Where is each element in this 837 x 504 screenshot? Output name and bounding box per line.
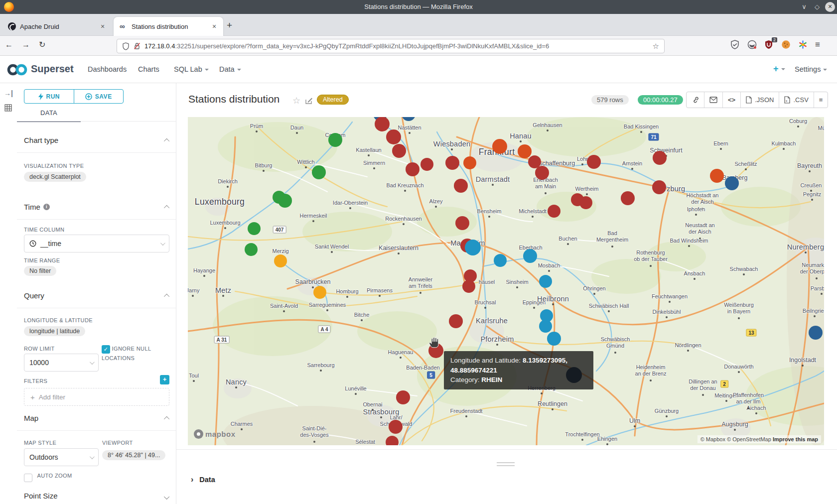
nav-add-button[interactable]: +: [773, 64, 785, 74]
auto-zoom-control[interactable]: AUTO ZOOM: [24, 473, 72, 482]
tab-apache-druid[interactable]: Apache Druid ×: [2, 17, 112, 36]
shield-check-extension-icon[interactable]: [730, 40, 740, 50]
nav-dashboards[interactable]: Dashboards: [88, 65, 127, 73]
window-minimize-button[interactable]: ∨: [799, 2, 809, 12]
scatter-point[interactable]: [465, 240, 481, 255]
scatter-point[interactable]: [392, 144, 406, 158]
new-tab-button[interactable]: +: [227, 20, 232, 31]
osm-attribution-link[interactable]: © OpenStreetMap: [727, 436, 771, 442]
map-canvas[interactable]: PrümDaunCochemNastättenKastellaunSimmern…: [188, 117, 824, 445]
lonlat-value[interactable]: longitude | latitude: [24, 326, 85, 336]
collapse-panel-icon[interactable]: →|: [4, 89, 13, 97]
add-filter-input[interactable]: + Add filter: [24, 388, 169, 406]
scatter-point[interactable]: [579, 196, 592, 209]
mapbox-attribution-link[interactable]: © Mapbox: [700, 436, 725, 442]
scatter-point[interactable]: [523, 249, 537, 263]
embed-code-button[interactable]: <>: [722, 92, 740, 108]
map-style-select[interactable]: Outdoors: [24, 448, 99, 466]
window-maximize-button[interactable]: ◇: [812, 2, 822, 12]
tab-data[interactable]: DATA: [17, 109, 81, 122]
scatter-point[interactable]: [274, 254, 287, 267]
url-bar[interactable]: 172.18.0.4:32251/superset/explore/?form_…: [117, 39, 665, 53]
scatter-point[interactable]: [653, 151, 667, 165]
colorful-asterisk-extension-icon[interactable]: [798, 40, 808, 50]
add-filter-plus-button[interactable]: +: [160, 375, 169, 384]
scatter-point[interactable]: [454, 179, 468, 193]
window-close-button[interactable]: ×: [825, 2, 835, 12]
scatter-point[interactable]: [539, 275, 552, 288]
section-map[interactable]: Map: [24, 414, 169, 422]
favorite-star-icon[interactable]: ☆: [292, 95, 300, 106]
nav-settings[interactable]: Settings: [795, 65, 827, 73]
nav-data[interactable]: Data: [219, 65, 241, 73]
privacy-mask-extension-icon[interactable]: [747, 40, 757, 50]
panel-drag-handle[interactable]: [497, 462, 515, 468]
scatter-point[interactable]: [725, 176, 739, 190]
scatter-point[interactable]: [312, 165, 326, 179]
scatter-point[interactable]: [445, 156, 459, 170]
scatter-point[interactable]: [587, 155, 601, 169]
scatter-point[interactable]: [402, 117, 416, 121]
chart-menu-button[interactable]: ≡: [814, 92, 828, 108]
scatter-point[interactable]: [386, 129, 401, 144]
export-csv-button[interactable]: x .CSV: [779, 92, 813, 108]
scatter-point[interactable]: [492, 139, 507, 154]
run-button[interactable]: RUN: [24, 90, 74, 103]
superset-brand[interactable]: Superset: [31, 63, 74, 75]
scatter-point[interactable]: [245, 243, 258, 256]
section-chart-type[interactable]: Chart type: [24, 136, 169, 144]
data-panel-toggle[interactable]: ›Data: [191, 475, 215, 484]
browser-menu-icon[interactable]: ≡: [815, 40, 820, 50]
scatter-point[interactable]: [455, 216, 469, 230]
viewport-value[interactable]: 8° 46' 45.28" | 49...: [102, 450, 165, 460]
section-time[interactable]: Timei: [24, 203, 169, 211]
scatter-point[interactable]: [621, 191, 635, 205]
export-json-button[interactable]: .JSON: [740, 92, 779, 108]
row-limit-select[interactable]: 10000: [24, 354, 99, 372]
scatter-point[interactable]: [547, 332, 561, 346]
bookmark-star-icon[interactable]: ☆: [653, 42, 659, 51]
time-column-select[interactable]: __time: [24, 235, 169, 252]
save-button[interactable]: SAVE: [74, 90, 124, 103]
section-query[interactable]: Query: [24, 291, 169, 300]
scatter-point[interactable]: [389, 420, 403, 434]
tracking-shield-icon[interactable]: [122, 42, 130, 50]
tab-close-icon[interactable]: ×: [99, 22, 107, 30]
copy-link-button[interactable]: [687, 92, 704, 108]
scatter-point[interactable]: [710, 169, 724, 183]
edit-pencil-icon[interactable]: [305, 97, 313, 105]
forward-icon[interactable]: →: [22, 40, 39, 49]
back-icon[interactable]: ←: [5, 40, 22, 49]
scatter-point[interactable]: [396, 390, 410, 404]
scatter-point[interactable]: [386, 436, 399, 445]
section-point-size[interactable]: Point Size: [24, 492, 169, 500]
scatter-point[interactable]: [535, 166, 549, 180]
scatter-point[interactable]: [494, 254, 507, 267]
reload-icon[interactable]: ↻: [39, 40, 54, 49]
mapbox-logo[interactable]: mapbox: [194, 429, 236, 439]
improve-map-link[interactable]: Improve this map: [773, 436, 818, 442]
email-button[interactable]: [704, 92, 722, 108]
scatter-point[interactable]: [548, 205, 560, 218]
dataset-grid-icon[interactable]: [4, 104, 12, 112]
scatter-point[interactable]: [518, 144, 532, 158]
scatter-point[interactable]: [652, 180, 666, 194]
tab-close-icon[interactable]: ×: [210, 22, 218, 30]
scatter-point[interactable]: [539, 320, 552, 333]
tab-stations-distribution[interactable]: ∞ Stations distribution ×: [114, 17, 223, 36]
time-range-value[interactable]: No filter: [24, 266, 56, 276]
ignore-null-control[interactable]: ✓ IGNORE NULL LOCATIONS: [102, 344, 167, 364]
insecure-lock-icon[interactable]: [134, 42, 140, 50]
altered-badge[interactable]: Altered: [317, 95, 349, 105]
nav-sql-lab[interactable]: SQL Lab: [174, 65, 209, 73]
visualization-type-value[interactable]: deck.gl Scatterplot: [24, 172, 86, 182]
scatter-point[interactable]: [463, 156, 476, 169]
nav-charts[interactable]: Charts: [138, 65, 159, 73]
scatter-point[interactable]: [278, 194, 292, 208]
scatter-point[interactable]: [375, 117, 390, 131]
scatter-point[interactable]: [462, 280, 475, 293]
scatter-point[interactable]: [406, 162, 419, 176]
ublock-extension-icon[interactable]: 2: [764, 40, 774, 50]
scatter-point[interactable]: [248, 222, 261, 235]
scatter-point[interactable]: [420, 158, 433, 171]
